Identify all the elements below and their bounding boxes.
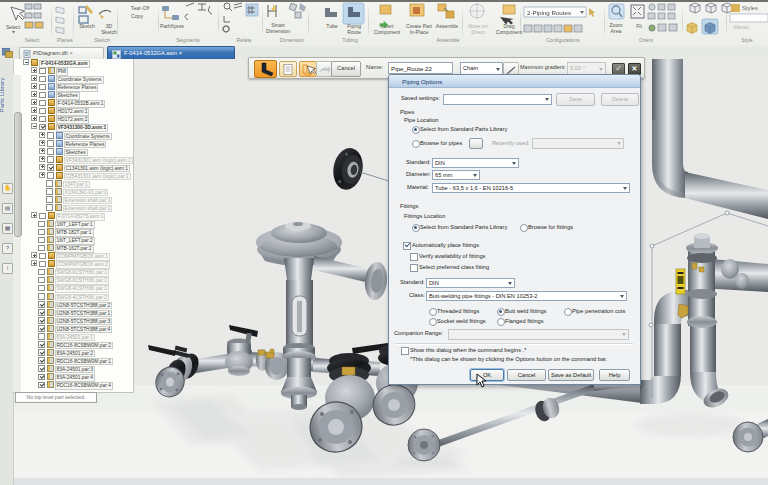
svg-text:2-Piping Routes: 2-Piping Routes <box>527 9 571 16</box>
svg-text:Styles: Styles <box>742 5 758 11</box>
